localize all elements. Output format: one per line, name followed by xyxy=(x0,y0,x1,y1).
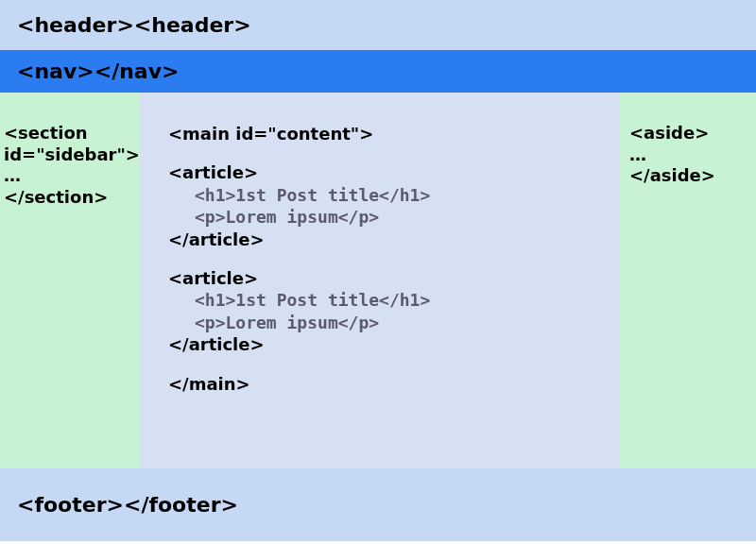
article-open-tag: <article> xyxy=(168,161,610,183)
aside-open-tag: <aside> xyxy=(629,123,750,144)
sidebar-ellipsis: … xyxy=(4,165,136,187)
middle-row: <section id="sidebar"> … </section> <mai… xyxy=(0,93,756,468)
nav-tag-text: <nav></nav> xyxy=(17,59,179,83)
article-h1-line: <h1>1st Post title</h1> xyxy=(168,184,610,206)
sidebar-open-tag: <section id="sidebar"> xyxy=(4,123,136,165)
article-block: <article> <h1>1st Post title</h1> <p>Lor… xyxy=(168,161,610,250)
article-open-tag: <article> xyxy=(168,267,610,289)
main-close-tag: </main> xyxy=(168,373,610,395)
article-close-tag: </article> xyxy=(168,333,610,355)
footer-region: <footer></footer> xyxy=(0,468,756,541)
article-p-line: <p>Lorem ipsum</p> xyxy=(168,206,610,228)
article-h1-line: <h1>1st Post title</h1> xyxy=(168,289,610,311)
article-close-tag: </article> xyxy=(168,229,610,250)
article-p-line: <p>Lorem ipsum</p> xyxy=(168,312,610,333)
article-block: <article> <h1>1st Post title</h1> <p>Lor… xyxy=(168,267,610,356)
header-tag-text: <header><header> xyxy=(17,13,251,37)
footer-tag-text: <footer></footer> xyxy=(17,493,238,517)
sidebar-region: <section id="sidebar"> … </section> xyxy=(0,93,140,468)
nav-region: <nav></nav> xyxy=(0,50,756,93)
aside-region: <aside> … </aside> xyxy=(620,93,756,468)
main-open-tag: <main id="content"> xyxy=(168,123,610,144)
header-region: <header><header> xyxy=(0,0,756,50)
aside-ellipsis: … xyxy=(629,144,750,166)
sidebar-close-tag: </section> xyxy=(4,187,136,209)
main-region: <main id="content"> <article> <h1>1st Po… xyxy=(140,93,620,468)
aside-close-tag: </aside> xyxy=(629,165,750,187)
